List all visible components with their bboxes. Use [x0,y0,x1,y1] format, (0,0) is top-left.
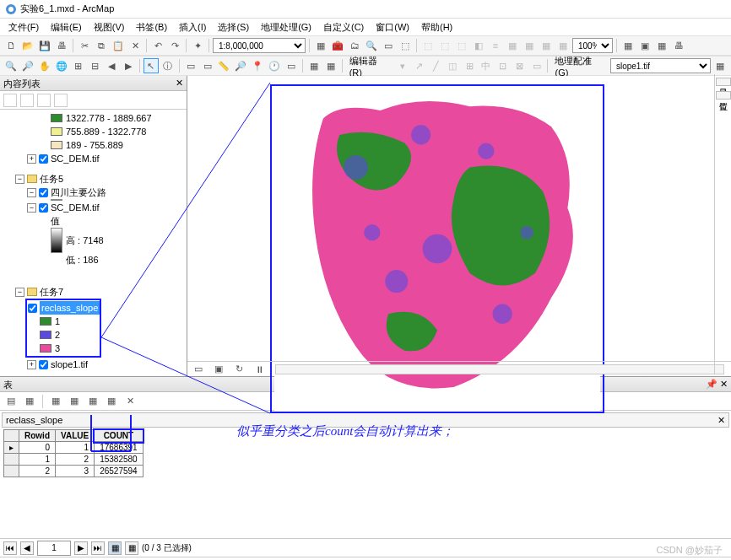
pause-icon[interactable]: ⏸ [252,362,267,377]
table-row[interactable]: 1215382580 [4,454,143,466]
toc-tree[interactable]: 1322.778 - 1889.667 755.889 - 1322.778 1… [0,110,187,376]
tb-icon[interactable]: ▣ [637,38,652,53]
sel-by-attr-icon[interactable]: ▦ [48,394,63,409]
table-close-icon[interactable]: ✕ [717,415,725,425]
expand-icon[interactable]: − [15,288,24,297]
tb-icon[interactable]: ⬚ [437,38,452,53]
tb-icon[interactable]: ≡ [488,38,503,53]
identify-icon[interactable]: ⓘ [160,58,176,73]
reclass-layer-node[interactable]: reclass_slope [40,301,100,315]
catalog-icon[interactable]: 🗂 [347,38,362,53]
cut-icon[interactable]: ✂ [77,38,92,53]
table-row[interactable]: 2326527594 [4,466,143,477]
clear-sel-icon[interactable]: ▭ [200,58,215,73]
last-rec-icon[interactable]: ⏭ [91,541,105,555]
tb-icon[interactable]: ▦ [522,38,537,53]
panel-close-icon[interactable]: ✕ [176,78,183,89]
layer-checkbox[interactable] [39,360,48,369]
attribute-table[interactable]: Rowid VALUE COUNT ▸0117686391 1215382580… [3,429,143,477]
record-pos-input[interactable] [37,541,71,556]
menu-select[interactable]: 选择(S) [213,19,254,35]
redo-icon[interactable]: ↷ [167,38,182,53]
menu-insert[interactable]: 插入(I) [174,19,211,35]
zoom-in-icon[interactable]: 🔍 [3,58,19,73]
delete-icon[interactable]: ✕ [127,38,143,53]
menu-view[interactable]: 视图(V) [89,19,130,35]
map-view[interactable]: ▭ ▣ ↻ ⏸ [187,76,731,376]
col-rowid[interactable]: Rowid [19,430,56,442]
zoom-combo[interactable]: 100% [572,38,613,53]
full-extent-icon[interactable]: 🌐 [54,58,69,73]
tb-icon[interactable]: 🖶 [671,38,686,53]
tb-icon[interactable]: ◫ [445,58,460,73]
forward-icon[interactable]: ▶ [121,58,136,73]
menu-window[interactable]: 窗口(W) [371,19,414,35]
save-icon[interactable]: 💾 [37,38,52,53]
new-icon[interactable]: 🗋 [3,38,19,53]
tb-icon[interactable]: ╱ [428,58,443,73]
show-all-icon[interactable]: ▦ [108,541,122,555]
first-rec-icon[interactable]: ⏮ [3,541,17,555]
tb-icon[interactable]: ⬚ [420,38,436,53]
prev-rec-icon[interactable]: ◀ [20,541,34,555]
switch-sel-icon[interactable]: ▦ [67,394,82,409]
tb-icon[interactable]: ▦ [323,58,338,73]
model-icon[interactable]: ⬚ [398,38,413,53]
table-row[interactable]: ▸0117686391 [4,442,143,454]
list-by-sel-icon[interactable] [54,94,68,107]
tb-icon[interactable]: ▾ [395,58,410,73]
editor-dropdown[interactable]: 编辑器(R) [346,55,393,78]
map-scrollbar[interactable] [275,364,724,374]
find-icon[interactable]: 🔎 [233,58,248,73]
next-rec-icon[interactable]: ▶ [74,541,88,555]
tb-icon[interactable]: ▦ [555,38,571,53]
tb-icon[interactable]: ▦ [505,38,520,53]
html-icon[interactable]: ▭ [284,58,299,73]
clear-sel-icon[interactable]: ▦ [85,394,100,409]
search-icon[interactable]: 🔍 [364,38,379,53]
tb-icon[interactable]: ▭ [529,58,544,73]
col-value[interactable]: VALUE [56,430,95,442]
data-view-icon[interactable]: ▭ [191,362,206,377]
select-features-icon[interactable]: ▭ [183,58,198,73]
layer-checkbox[interactable] [39,203,48,213]
goto-icon[interactable]: 📍 [250,58,265,73]
tb-icon[interactable]: ▦ [306,58,322,73]
expand-icon[interactable]: + [27,360,36,369]
list-by-source-icon[interactable] [20,94,34,107]
refresh-icon[interactable]: ↻ [231,362,246,377]
related-icon[interactable]: ▦ [22,394,37,409]
pin-icon[interactable]: 📌 [706,379,717,389]
tb-icon[interactable]: 中 [479,58,494,73]
list-by-vis-icon[interactable] [37,94,51,107]
tb-icon[interactable]: ⬚ [454,38,469,53]
tb-icon[interactable]: ⊞ [462,58,477,73]
catalog-tab[interactable]: 目录 [716,78,731,86]
menu-geoproc[interactable]: 地理处理(G) [256,19,317,35]
tb-icon[interactable]: ▦ [654,38,669,53]
expand-icon[interactable]: − [15,175,24,184]
menu-bookmark[interactable]: 书签(B) [131,19,172,35]
options-icon[interactable]: ▤ [3,394,19,409]
scale-combo[interactable]: 1:8,000,000 [213,38,306,53]
measure-icon[interactable]: 📏 [217,58,232,73]
georef-layer-combo[interactable]: slope1.tif [610,58,711,73]
menu-custom[interactable]: 自定义(C) [318,19,369,35]
tb-icon[interactable]: ▦ [620,38,636,53]
copy-icon[interactable]: ⧉ [94,38,109,53]
layer-checkbox[interactable] [39,154,48,164]
time-icon[interactable]: 🕐 [267,58,282,73]
expand-icon[interactable]: − [27,203,36,213]
tb-icon[interactable]: ⊠ [512,58,528,73]
expand-icon[interactable]: + [27,154,36,164]
pan-icon[interactable]: ✋ [37,58,52,73]
editor-toolbar-icon[interactable]: ▦ [313,38,328,53]
tb-icon[interactable]: ▦ [712,58,728,73]
col-count[interactable]: COUNT [95,430,143,442]
back-icon[interactable]: ◀ [104,58,119,73]
georef-dropdown[interactable]: 地理配准(G) [551,55,608,78]
delete-sel-icon[interactable]: ✕ [122,394,138,409]
expand-icon[interactable]: − [27,188,36,197]
layer-checkbox[interactable] [28,304,37,313]
paste-icon[interactable]: 📋 [111,38,126,53]
